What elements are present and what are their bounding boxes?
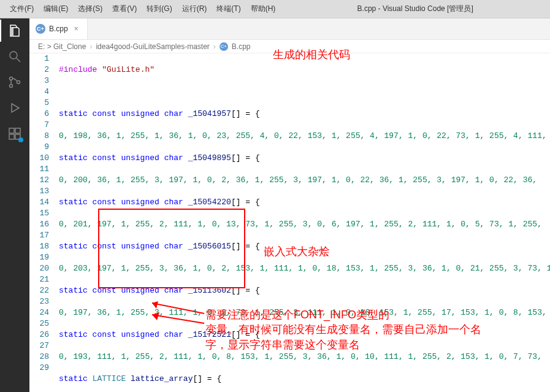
code-area[interactable]: #include "GuiLite.h" static const unsign…	[59, 53, 550, 392]
menubar: 文件(F) 编辑(E) 选择(S) 查看(V) 转到(G) 运行(R) 终端(T…	[0, 0, 550, 18]
chevron-right-icon: ›	[213, 42, 216, 51]
svg-rect-5	[15, 128, 20, 133]
source-control-icon[interactable]	[7, 75, 22, 90]
cpp-file-icon: C+	[220, 42, 228, 51]
svg-rect-4	[9, 128, 14, 133]
debug-icon[interactable]	[7, 101, 22, 115]
search-icon[interactable]	[7, 49, 22, 64]
activity-bar	[0, 18, 29, 392]
explorer-icon[interactable]	[7, 23, 22, 38]
tab-close-icon[interactable]: ×	[72, 25, 81, 33]
menu-select[interactable]: 选择(S)	[73, 1, 107, 17]
tab-bar: C+ B.cpp ×	[29, 18, 550, 40]
menu-run[interactable]: 运行(R)	[177, 1, 212, 17]
cpp-file-icon: C+	[36, 24, 45, 34]
svg-point-0	[10, 52, 17, 59]
breadcrumb-part-1[interactable]: idea4good-GuiLiteSamples-master	[96, 42, 209, 51]
svg-point-1	[10, 77, 13, 80]
menu-file[interactable]: 文件(F)	[5, 1, 39, 17]
menu-terminal[interactable]: 终端(T)	[212, 1, 245, 17]
tab-b-cpp[interactable]: C+ B.cpp ×	[29, 18, 88, 39]
svg-rect-6	[9, 134, 14, 139]
tab-label: B.cpp	[49, 25, 68, 33]
svg-point-2	[10, 85, 13, 88]
menu-help[interactable]: 帮助(H)	[246, 1, 281, 17]
breadcrumb[interactable]: E: > Git_Clone › idea4good-GuiLiteSample…	[29, 40, 550, 53]
gutter: 1234567891011121314151617181920212223242…	[29, 53, 59, 392]
extensions-icon[interactable]	[7, 126, 22, 141]
menu-edit[interactable]: 编辑(E)	[39, 1, 73, 17]
menu-view[interactable]: 查看(V)	[107, 1, 142, 17]
menu-goto[interactable]: 转到(G)	[142, 1, 177, 17]
editor[interactable]: 1234567891011121314151617181920212223242…	[29, 53, 550, 392]
chevron-right-icon: ›	[90, 42, 92, 51]
breadcrumb-part-0[interactable]: E: > Git_Clone	[38, 42, 86, 51]
window-title: B.cpp - Visual Studio Code [管理员]	[280, 4, 550, 14]
breadcrumb-part-2[interactable]: B.cpp	[232, 42, 251, 51]
extensions-update-dot	[18, 137, 23, 142]
